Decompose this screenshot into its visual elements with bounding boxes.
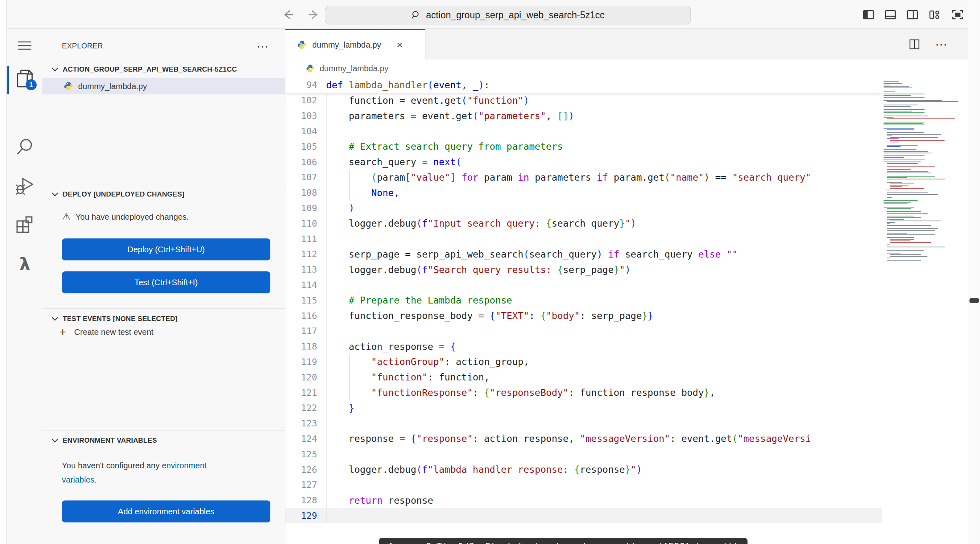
minimap-line bbox=[884, 122, 963, 122]
minimap-line bbox=[884, 134, 963, 135]
code-text: # Extract search_query from parameters bbox=[317, 141, 563, 152]
line-number: 119 bbox=[285, 357, 317, 367]
code-line-113[interactable]: 113 logger.debug(f"Search query results:… bbox=[285, 262, 882, 277]
minimap-line bbox=[884, 237, 963, 238]
code-line-109[interactable]: 109 ) bbox=[285, 201, 882, 216]
minimap-line bbox=[884, 207, 963, 208]
code-line-102[interactable]: 102 function = event.get("function") bbox=[285, 93, 882, 108]
code-editor[interactable]: 102 function = event.get("function")103 … bbox=[285, 77, 882, 544]
code-line-125[interactable]: 125 bbox=[285, 446, 882, 462]
warning-text: You have undeployed changes. bbox=[76, 212, 189, 222]
line-number: 125 bbox=[285, 449, 317, 459]
toggle-secondary-sidebar-icon[interactable] bbox=[907, 9, 918, 20]
code-line-105[interactable]: 105 # Extract search_query from paramete… bbox=[285, 139, 882, 154]
minimap-line bbox=[884, 114, 963, 115]
minimap-line bbox=[884, 253, 963, 253]
minimap-line bbox=[884, 137, 963, 138]
command-center-search[interactable]: action_group_serp_api_web_search-5z1cc bbox=[325, 6, 691, 24]
minimap-line bbox=[884, 112, 963, 113]
create-test-event[interactable]: + Create new test event bbox=[59, 326, 153, 339]
run-debug-icon bbox=[15, 176, 35, 196]
code-line-128[interactable]: 128 return response bbox=[285, 493, 882, 508]
code-line-116[interactable]: 116 function_response_body = {"TEXT": {"… bbox=[285, 308, 882, 323]
minimap-line bbox=[884, 157, 963, 158]
create-test-event-label: Create new test event bbox=[74, 328, 153, 337]
code-line-103[interactable]: 103 parameters = event.get("parameters",… bbox=[285, 108, 882, 124]
close-icon[interactable]: × bbox=[397, 41, 403, 49]
window-scrollbar[interactable] bbox=[968, 0, 980, 544]
code-line-114[interactable]: 114 bbox=[285, 277, 882, 293]
code-line-107[interactable]: 107 (param["value"] for param in paramet… bbox=[285, 170, 882, 185]
minimap-line bbox=[884, 109, 963, 110]
code-line-123[interactable]: 123 bbox=[285, 416, 882, 431]
code-line-117[interactable]: 117 bbox=[285, 323, 882, 339]
minimap-line bbox=[884, 222, 963, 223]
line-number: 126 bbox=[285, 465, 317, 475]
code-text: function = event.get("function") bbox=[317, 95, 529, 106]
line-number: 122 bbox=[285, 403, 317, 413]
minimap-line bbox=[884, 194, 963, 195]
back-arrow-icon[interactable] bbox=[281, 9, 295, 21]
scrollbar-thumb[interactable] bbox=[969, 298, 979, 303]
explorer-more-actions-icon[interactable]: ⋯ bbox=[257, 37, 269, 55]
sidebar-item-run-debug[interactable] bbox=[7, 173, 42, 199]
workspace-section-header[interactable]: ACTION_GROUP_SERP_API_WEB_SEARCH-5Z1CC bbox=[42, 61, 285, 79]
code-line-94[interactable]: 94def lambda_handler(event, _): bbox=[285, 77, 882, 93]
sidebar-item-lambda[interactable]: λ bbox=[7, 251, 42, 277]
split-editor-icon[interactable] bbox=[909, 39, 920, 50]
minimap-line bbox=[884, 140, 963, 141]
centered-layout-icon[interactable] bbox=[951, 9, 964, 20]
line-number: 129 bbox=[285, 511, 317, 521]
minimap-line bbox=[884, 221, 963, 221]
forward-arrow-icon[interactable] bbox=[307, 9, 321, 21]
add-environment-variables-button[interactable]: Add environment variables bbox=[62, 500, 270, 522]
minimap-line bbox=[884, 174, 963, 175]
code-line-120[interactable]: 120 "function": function, bbox=[285, 369, 882, 385]
tab-bar: dummy_lambda.py × ⋯ bbox=[285, 29, 968, 59]
minimap-line bbox=[884, 219, 963, 220]
tab-dummy-lambda[interactable]: dummy_lambda.py × bbox=[285, 29, 425, 59]
breadcrumb[interactable]: dummy_lambda.py bbox=[285, 59, 968, 77]
sidebar-item-explorer[interactable]: 1 bbox=[7, 67, 42, 94]
code-text: response = {"response": action_response,… bbox=[317, 433, 811, 444]
minimap-line bbox=[884, 179, 963, 179]
editor-more-actions-icon[interactable]: ⋯ bbox=[935, 37, 947, 51]
minimap-line bbox=[884, 86, 963, 87]
environment-section-header[interactable]: ENVIRONMENT VARIABLES bbox=[42, 432, 285, 450]
menu-button[interactable] bbox=[7, 32, 42, 59]
code-line-111[interactable]: 111 bbox=[285, 231, 882, 247]
code-line-118[interactable]: 118 action_response = { bbox=[285, 339, 882, 354]
plus-icon: + bbox=[59, 326, 66, 339]
code-line-121[interactable]: 121 "functionResponse": {"responseBody":… bbox=[285, 385, 882, 400]
customize-layout-icon[interactable] bbox=[929, 9, 941, 20]
code-line-104[interactable]: 104 bbox=[285, 124, 882, 139]
chevron-down-icon bbox=[51, 67, 59, 72]
code-line-127[interactable]: 127 bbox=[285, 477, 882, 493]
deploy-button[interactable]: Deploy (Ctrl+Shift+U) bbox=[62, 238, 270, 260]
code-line-115[interactable]: 115 # Prepare the Lambda response bbox=[285, 293, 882, 308]
code-line-126[interactable]: 126 logger.debug(f"lambda_handler respon… bbox=[285, 462, 882, 477]
minimap-line bbox=[884, 85, 963, 85]
minimap[interactable] bbox=[884, 81, 963, 273]
code-line-122[interactable]: 122 } bbox=[285, 400, 882, 416]
toggle-panel-icon[interactable] bbox=[885, 9, 896, 20]
code-line-124[interactable]: 124 response = {"response": action_respo… bbox=[285, 431, 882, 447]
minimap-line bbox=[884, 89, 963, 90]
sidebar-item-extensions[interactable] bbox=[7, 212, 42, 238]
code-line-110[interactable]: 110 logger.debug(f"Input search query: {… bbox=[285, 216, 882, 231]
deploy-section-header[interactable]: DEPLOY [UNDEPLOYED CHANGES] bbox=[42, 186, 285, 203]
code-line-129[interactable]: 129 bbox=[285, 508, 882, 524]
code-line-108[interactable]: 108 None, bbox=[285, 185, 882, 201]
code-line-112[interactable]: 112 serp_page = serp_api_web_search(sear… bbox=[285, 247, 882, 262]
extensions-icon bbox=[15, 215, 35, 235]
toggle-primary-sidebar-icon[interactable] bbox=[863, 9, 874, 20]
minimap-line bbox=[884, 168, 963, 169]
minimap-line bbox=[884, 151, 963, 152]
sticky-scroll-line[interactable]: 94def lambda_handler(event, _): bbox=[285, 77, 882, 93]
sidebar-item-search[interactable] bbox=[7, 133, 42, 160]
code-line-119[interactable]: 119 "actionGroup": action_group, bbox=[285, 354, 882, 370]
window-left-edge bbox=[0, 0, 7, 544]
file-item-dummy-lambda[interactable]: dummy_lambda.py bbox=[42, 78, 285, 94]
code-line-106[interactable]: 106 search_query = next( bbox=[285, 154, 882, 170]
test-button[interactable]: Test (Ctrl+Shift+I) bbox=[62, 271, 270, 293]
